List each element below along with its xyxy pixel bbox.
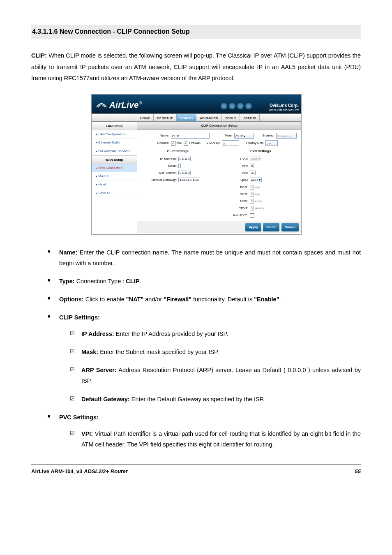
name-label: Name: [141, 132, 171, 139]
gw-input[interactable]: 192.168.1.12 [178, 178, 200, 182]
sub-gw: Default Gateway: Enter the Default Gatew… [70, 394, 361, 405]
nav-tools[interactable]: TOOLS [222, 114, 240, 121]
bullet-options: Options: Click to enable "NAT" and/or "F… [48, 294, 361, 305]
qos-select[interactable]: UBR ▾ [250, 178, 262, 182]
side-lan-config[interactable]: ▸ LAN Configuration [92, 130, 137, 139]
pvc-settings-col: PVC Settings PVC:New ▾ VPI:0 VCI:32 QoS:… [224, 148, 298, 220]
sub-mask: Mask: Enter the Subnet mask specified by… [70, 347, 361, 357]
ip-input[interactable]: 0.0.0.0 [178, 157, 191, 161]
mbs-input[interactable]: 0 [250, 199, 254, 204]
options-label: Options: [141, 140, 171, 146]
ss-sidebar: LAN Setup ▸ LAN Configuration ▸ Ethernet… [92, 122, 137, 234]
name-input[interactable]: CLIP [171, 133, 210, 139]
vlan-input[interactable]: 0 [222, 140, 239, 146]
pcr-input[interactable]: 0 [250, 185, 254, 190]
router-screenshot: AirLive® OvisLink Corp.www.ovislink.com.… [91, 94, 301, 235]
autopvc-checkbox[interactable] [250, 213, 254, 218]
bullet-pvc-settings: PVC Settings: VPI: Virtual Path Identifi… [48, 412, 361, 450]
nav-advanced[interactable]: ADVANCED [196, 114, 222, 121]
footer-rule [31, 465, 361, 465]
ss-header: AirLive® OvisLink Corp.www.ovislink.com.… [92, 95, 301, 113]
pbits-select[interactable]: 0 ▾ [265, 140, 278, 146]
panel-title: CLIP Connection Setup [137, 122, 301, 130]
vpi-input[interactable]: 0 [250, 164, 254, 168]
vlan-label: VLAN ID: [201, 140, 222, 146]
nav-ezsetup[interactable]: EZ SETUP [154, 114, 177, 121]
type-label: Type: [210, 132, 234, 139]
ss-topnav: HOME EZ SETUP CONFIG ADVANCED TOOLS STAT… [92, 113, 301, 122]
sharing-select[interactable]: Disable ▾ [276, 133, 297, 139]
apply-button[interactable]: Apply [245, 223, 261, 231]
sub-vpi: VPI: Virtual Path Identifier is a virtua… [70, 428, 361, 450]
bullet-clip-settings: CLIP Settings: IP Address: Enter the IP … [48, 312, 361, 405]
scr-input[interactable]: 0 [250, 192, 254, 197]
intro-lead: CLIP: [31, 52, 47, 59]
cdvt-input[interactable]: 0 [250, 206, 254, 210]
pbits-label: Priority Bits: [239, 140, 265, 146]
side-hinet[interactable]: ▸ Hinet [92, 180, 137, 189]
side-save-all[interactable]: ▸ Save All [92, 189, 137, 197]
pvc-select[interactable]: New ▾ [250, 157, 261, 161]
vci-input[interactable]: 32 [250, 171, 256, 175]
sharing-label: Sharing: [254, 132, 276, 139]
bullet-type: Type: Connection Type : CLIP. [48, 276, 361, 287]
mask-input[interactable] [178, 164, 181, 168]
side-modem[interactable]: ▸ Modem [92, 172, 137, 180]
ss-main: CLIP Connection Setup Name: CLIP Type: C… [137, 122, 301, 234]
airlive-logo: AirLive® [96, 97, 142, 113]
delete-button[interactable]: Delete [263, 223, 279, 231]
clip-settings-col: CLIP Settings IP Address:0.0.0.0 Mask: A… [141, 148, 215, 220]
nav-config[interactable]: CONFIG [177, 114, 196, 121]
header-icons [221, 103, 252, 109]
clip-col-head: CLIP Settings [141, 148, 215, 154]
arp-input[interactable]: 0.0.0.0 [178, 171, 191, 175]
side-eth-switch[interactable]: ▸ Ethernet Switch [92, 139, 137, 147]
page-footer: AirLive ARM-104_v3 ADSL2/2+ Router 55 [31, 467, 361, 477]
nav-status[interactable]: STATUS [240, 114, 260, 121]
firewall-checkbox[interactable] [184, 141, 188, 146]
side-wan-head: WAN Setup [92, 155, 137, 164]
nav-home[interactable]: HOME [137, 114, 154, 121]
side-lan-head: LAN Setup [92, 122, 137, 130]
bullet-name: Name: Enter the CLIP connection name. Th… [48, 247, 361, 268]
cancel-button[interactable]: Cancel [281, 223, 299, 231]
ovislink-corp: OvisLink Corp.www.ovislink.com.tw [269, 103, 299, 112]
intro-text: When CLIP mode is selected, the followin… [31, 52, 361, 81]
nat-checkbox[interactable] [171, 141, 175, 146]
type-select[interactable]: CLIP ▾ [234, 133, 254, 139]
side-firewall-nat[interactable]: ▸ Firewall/NAT Services [92, 147, 137, 155]
sub-arp: ARP Server: Address Resolution Protocol … [70, 365, 361, 386]
pvc-col-head: PVC Settings [224, 148, 298, 154]
side-new-connection[interactable]: ▸ New Connection [92, 164, 137, 172]
sub-ip: IP Address: Enter the IP Address provide… [70, 328, 361, 339]
intro-paragraph: CLIP: When CLIP mode is selected, the fo… [31, 50, 361, 84]
ss-buttons: Apply Delete Cancel [137, 222, 301, 232]
section-heading: 4.3.1.1.6 New Connection - CLIP Connecti… [31, 25, 361, 39]
